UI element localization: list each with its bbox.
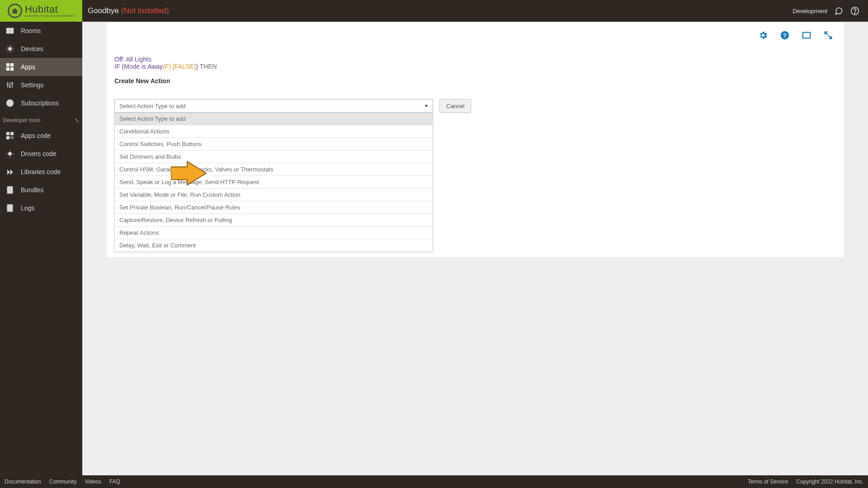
apps-code-icon: [5, 131, 14, 140]
sidebar-item-subscriptions[interactable]: Subscriptions: [0, 94, 82, 112]
footer-tos[interactable]: Terms of Service: [748, 479, 788, 485]
apps-icon: [5, 62, 14, 71]
rule-condition-result: (F) [FALSE]: [163, 63, 196, 70]
sidebar-item-drivers-code[interactable]: Drivers code: [0, 145, 82, 163]
rule-line-1: Off: All Lights: [114, 56, 836, 63]
create-new-action-label: Create New Action: [114, 77, 836, 85]
collapse-icon[interactable]: ⤡: [74, 117, 80, 124]
footer-link-documentation[interactable]: Documentation: [5, 479, 41, 485]
sidebar-item-label: Bundles: [21, 186, 44, 194]
developer-tools-label: Developer tools: [3, 117, 40, 123]
logo-text: Hubitat ELEVATE YOUR ENVIRONMENT: [25, 5, 75, 17]
sidebar-item-rooms[interactable]: Rooms: [0, 22, 82, 40]
window-icon[interactable]: [802, 30, 811, 42]
logs-icon: [5, 204, 14, 213]
bundles-icon: [5, 185, 14, 194]
help-icon[interactable]: [850, 6, 860, 16]
svg-rect-2: [7, 28, 10, 33]
annotation-arrow: [171, 161, 207, 188]
svg-line-12: [12, 46, 13, 47]
svg-rect-14: [11, 64, 14, 66]
svg-rect-25: [11, 133, 14, 135]
footer-link-community[interactable]: Community: [49, 479, 77, 485]
dropdown-option[interactable]: Control HSM, Garage Doors, Locks, Valves…: [115, 163, 433, 175]
settings-icon: [5, 81, 14, 90]
not-installed-label: (Not Installed): [121, 6, 169, 15]
dropdown-option[interactable]: Delay, Wait, Exit or Comment: [115, 239, 433, 251]
sidebar-item-label: Drivers code: [21, 150, 57, 157]
main-content: ? Off: All Lights IF (Mode is Away(F) [F…: [82, 22, 868, 475]
svg-rect-16: [11, 68, 14, 71]
rooms-icon: [5, 26, 14, 35]
svg-point-18: [7, 84, 8, 85]
card: ? Off: All Lights IF (Mode is Away(F) [F…: [106, 22, 844, 258]
drivers-code-icon: [5, 149, 14, 158]
sidebar-item-label: Apps code: [21, 132, 51, 139]
dropdown-option[interactable]: Set Private Boolean, Run/Cancel/Pause Ru…: [115, 201, 433, 213]
dropdown-option[interactable]: Set Variable, Mode or File, Run Custom A…: [115, 188, 433, 201]
rule-close-paren: ): [196, 63, 199, 70]
gear-icon[interactable]: [758, 30, 768, 42]
svg-rect-26: [7, 137, 9, 139]
developer-tools-header[interactable]: Developer tools ⤡: [0, 112, 82, 127]
sidebar: Rooms Devices Apps Settings Subscription…: [0, 22, 82, 475]
title-text: Goodbye: [88, 6, 119, 15]
dropdown-option[interactable]: Conditional Actions: [115, 125, 433, 137]
sidebar-item-label: Libraries code: [21, 168, 61, 175]
svg-rect-13: [7, 64, 9, 66]
action-type-dropdown: Select Action Type to add Conditional Ac…: [114, 113, 433, 252]
svg-point-4: [9, 47, 12, 51]
svg-text:?: ?: [783, 32, 787, 39]
svg-point-22: [11, 83, 13, 84]
svg-rect-24: [7, 133, 9, 135]
sidebar-item-label: Subscriptions: [21, 99, 59, 107]
logo-sub: ELEVATE YOUR ENVIRONMENT: [25, 14, 75, 17]
dropdown-option[interactable]: Select Action Type to add: [115, 113, 433, 125]
sidebar-item-settings[interactable]: Settings: [0, 76, 82, 94]
select-value: Select Action Type to add: [119, 103, 185, 109]
sidebar-item-label: Settings: [21, 81, 44, 89]
footer-link-faq[interactable]: FAQ: [109, 479, 120, 485]
help-icon[interactable]: ?: [780, 30, 790, 42]
dropdown-option[interactable]: Set Dimmers and Bulbs: [115, 150, 433, 163]
footer-link-videos[interactable]: Videos: [85, 479, 101, 485]
svg-point-1: [854, 13, 855, 13]
dropdown-option[interactable]: Capture/Restore, Device Refresh or Polli…: [115, 213, 433, 226]
svg-marker-42: [171, 161, 206, 185]
sidebar-item-apps-code[interactable]: Apps code: [0, 127, 82, 145]
chevron-down-icon: [425, 105, 428, 107]
dropdown-option[interactable]: Send, Speak or Log a Message, Send HTTP …: [115, 175, 433, 188]
action-type-select-wrap: Select Action Type to add Select Action …: [114, 99, 433, 113]
sidebar-item-label: Logs: [21, 204, 34, 212]
sidebar-item-devices[interactable]: Devices: [0, 40, 82, 58]
svg-rect-41: [803, 33, 811, 38]
sidebar-item-bundles[interactable]: Bundles: [0, 181, 82, 199]
sidebar-item-label: Devices: [21, 45, 43, 52]
logo-icon: [8, 4, 22, 18]
logo[interactable]: Hubitat ELEVATE YOUR ENVIRONMENT: [0, 0, 82, 22]
sidebar-item-libraries-code[interactable]: Libraries code: [0, 163, 82, 181]
devices-icon: [5, 44, 14, 53]
dropdown-option[interactable]: Repeat Actions: [115, 226, 433, 239]
svg-rect-15: [7, 68, 9, 71]
sidebar-item-logs[interactable]: Logs: [0, 199, 82, 217]
card-toolbar: ?: [114, 28, 836, 56]
svg-point-20: [9, 86, 10, 87]
svg-line-9: [7, 46, 8, 47]
svg-rect-3: [10, 28, 14, 33]
logo-main: Hubitat: [25, 5, 75, 14]
sidebar-item-label: Apps: [21, 63, 35, 71]
cancel-button[interactable]: Cancel: [439, 99, 471, 113]
footer: Documentation Community Videos FAQ Terms…: [0, 475, 868, 488]
action-type-select[interactable]: Select Action Type to add: [114, 99, 433, 113]
sidebar-item-apps[interactable]: Apps: [0, 58, 82, 76]
svg-line-10: [12, 51, 13, 52]
sidebar-item-label: Rooms: [21, 27, 41, 34]
svg-point-27: [9, 152, 12, 156]
expand-icon[interactable]: [823, 30, 833, 42]
dropdown-option[interactable]: Control Switches, Push Buttons: [115, 137, 433, 150]
rule-if: IF (Mode is Away: [114, 63, 163, 70]
chat-icon[interactable]: [834, 6, 844, 16]
top-header: Hubitat ELEVATE YOUR ENVIRONMENT Goodbye…: [0, 0, 868, 22]
rule-line-2: IF (Mode is Away(F) [FALSE]) THEN: [114, 63, 836, 70]
